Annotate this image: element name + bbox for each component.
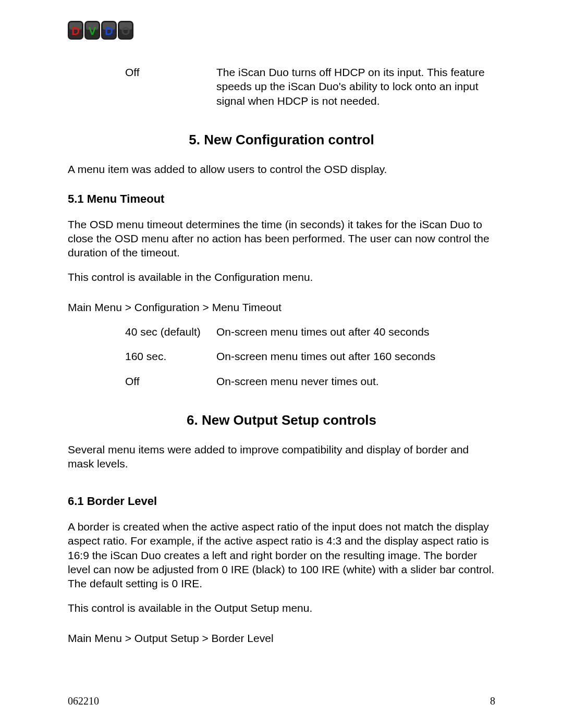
option-desc: On-screen menu times out after 40 second… [216, 325, 495, 339]
option-term: 160 sec. [125, 349, 216, 363]
section-5-1-heading: 5.1 Menu Timeout [68, 192, 495, 207]
page-footer: 062210 8 [68, 695, 495, 707]
border-level-para1: A border is created when the active aspe… [68, 520, 495, 590]
border-level-path: Main Menu > Output Setup > Border Level [68, 631, 495, 645]
option-off: Off On-screen menu never times out. [125, 374, 495, 388]
svg-text:V: V [89, 24, 96, 38]
menu-timeout-path: Main Menu > Configuration > Menu Timeout [68, 300, 495, 314]
border-level-para2: This control is available in the Output … [68, 601, 495, 615]
option-40sec: 40 sec (default) On-screen menu times ou… [125, 325, 495, 339]
option-term: 40 sec (default) [125, 325, 216, 339]
section-6-intro: Several menu items were added to improve… [68, 442, 495, 471]
section-5-intro: A menu item was added to allow users to … [68, 162, 495, 176]
menu-timeout-para2: This control is available in the Configu… [68, 270, 495, 284]
dvdo-logo: DVDO [68, 21, 134, 41]
svg-text:D: D [71, 24, 80, 38]
document-page: DVDO Off The iScan Duo turns off HDCP on… [0, 0, 563, 728]
section-6-heading: 6. New Output Setup controls [68, 412, 495, 429]
footer-left: 062210 [68, 695, 99, 707]
svg-text:D: D [105, 24, 113, 38]
logo-svg: DVDO [68, 21, 134, 41]
definition-desc: The iScan Duo turns off HDCP on its inpu… [216, 65, 495, 108]
section-6-1-heading: 6.1 Border Level [68, 494, 495, 509]
page-content: Off The iScan Duo turns off HDCP on its … [68, 21, 495, 645]
option-160sec: 160 sec. On-screen menu times out after … [125, 349, 495, 363]
svg-text:O: O [121, 24, 130, 38]
option-term: Off [125, 374, 216, 388]
menu-timeout-para1: The OSD menu timeout determines the time… [68, 217, 495, 260]
section-5-heading: 5. New Configuration control [68, 131, 495, 149]
option-desc: On-screen menu times out after 160 secon… [216, 349, 495, 363]
option-desc: On-screen menu never times out. [216, 374, 495, 388]
definition-term: Off [125, 65, 216, 108]
footer-right: 8 [490, 695, 495, 707]
hdcp-off-definition: Off The iScan Duo turns off HDCP on its … [125, 65, 495, 108]
